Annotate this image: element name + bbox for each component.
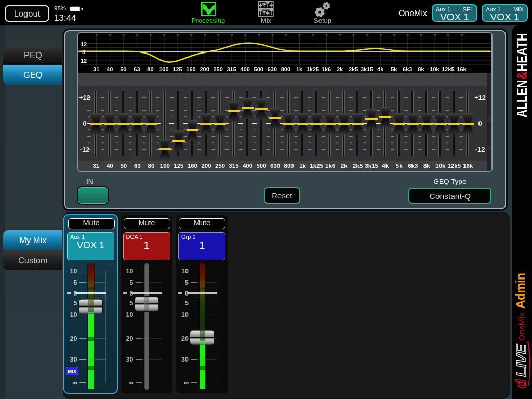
svg-text:Admin: Admin xyxy=(514,273,527,309)
svg-text:LIVE: LIVE xyxy=(513,344,529,377)
svg-text:d: d xyxy=(513,379,529,388)
svg-text:OneMix: OneMix xyxy=(517,313,526,341)
svg-text:ALLEN&HEATH: ALLEN&HEATH xyxy=(514,33,530,118)
